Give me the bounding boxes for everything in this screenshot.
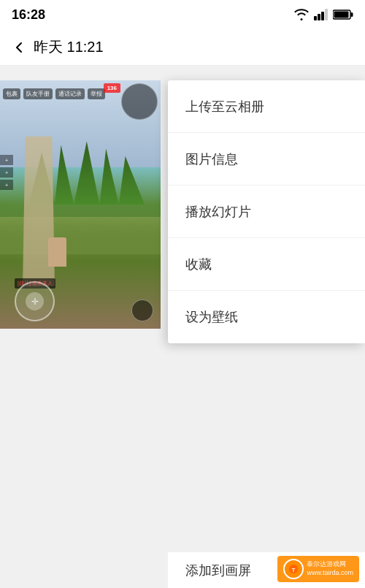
hud-btn-3: 通话记录 bbox=[55, 88, 85, 99]
menu-item-set-wallpaper-label: 设为壁纸 bbox=[185, 308, 238, 326]
nav-title: 昨天 11:21 bbox=[34, 37, 104, 57]
back-arrow-icon bbox=[12, 40, 26, 55]
bottom-game-icon bbox=[131, 299, 153, 321]
side-btn-2: + bbox=[0, 167, 13, 177]
svg-rect-0 bbox=[314, 16, 317, 20]
side-buttons: + + + bbox=[0, 155, 13, 190]
game-screenshot: 包裹 队友手册 通话记录 举报 136 + + + [战斗] 击杀某人 ✛ bbox=[0, 80, 161, 329]
watermark-icon: T bbox=[288, 563, 299, 575]
menu-item-favorite-label: 收藏 bbox=[185, 256, 212, 273]
joystick: ✛ bbox=[15, 281, 55, 321]
side-btn-1: + bbox=[0, 155, 13, 165]
nav-bar: 昨天 11:21 bbox=[0, 29, 365, 66]
context-menu: 上传至云相册 图片信息 播放幻灯片 收藏 设为壁纸 bbox=[168, 80, 365, 343]
watermark: T 泰尔达游戏网 www.tairda.com bbox=[277, 556, 359, 582]
svg-text:T: T bbox=[292, 567, 296, 573]
watermark-site: www.tairda.com bbox=[307, 569, 353, 578]
wifi-icon bbox=[293, 9, 310, 20]
signal-icon bbox=[314, 9, 328, 20]
menu-item-image-info[interactable]: 图片信息 bbox=[168, 133, 365, 186]
menu-item-upload-cloud-label: 上传至云相册 bbox=[185, 98, 264, 115]
menu-item-upload-cloud[interactable]: 上传至云相册 bbox=[168, 80, 365, 133]
hud-btn-1: 包裹 bbox=[3, 88, 20, 99]
minimap bbox=[121, 83, 158, 120]
game-hud: 包裹 队友手册 通话记录 举报 136 + + + [战斗] 击杀某人 ✛ bbox=[0, 80, 161, 329]
svg-rect-1 bbox=[318, 14, 320, 20]
watermark-brand: 泰尔达游戏网 bbox=[307, 560, 353, 569]
svg-rect-2 bbox=[321, 12, 324, 20]
hud-top-left: 包裹 队友手册 通话记录 举报 bbox=[3, 88, 105, 99]
side-btn-3: + bbox=[0, 180, 13, 190]
battery-icon bbox=[333, 9, 353, 20]
menu-item-favorite[interactable]: 收藏 bbox=[168, 238, 365, 291]
menu-item-set-wallpaper[interactable]: 设为壁纸 bbox=[168, 291, 365, 343]
menu-item-add-desktop-label: 添加到画屏 bbox=[185, 562, 251, 579]
watermark-logo: T bbox=[283, 559, 304, 579]
status-bar: 16:28 bbox=[0, 0, 365, 29]
menu-item-slideshow-label: 播放幻灯片 bbox=[185, 203, 251, 221]
menu-item-slideshow[interactable]: 播放幻灯片 bbox=[168, 186, 365, 238]
status-icons bbox=[293, 9, 353, 20]
svg-rect-3 bbox=[325, 9, 328, 20]
svg-rect-6 bbox=[351, 12, 353, 17]
joystick-inner: ✛ bbox=[26, 292, 44, 310]
health-bar: 136 bbox=[104, 83, 120, 93]
menu-item-image-info-label: 图片信息 bbox=[185, 150, 238, 168]
svg-rect-5 bbox=[334, 12, 349, 18]
status-time: 16:28 bbox=[12, 7, 45, 23]
hud-btn-4: 举报 bbox=[88, 88, 105, 99]
main-content: 包裹 队友手册 通话记录 举报 136 + + + [战斗] 击杀某人 ✛ bbox=[0, 66, 365, 588]
back-button[interactable] bbox=[12, 40, 26, 55]
hud-btn-2: 队友手册 bbox=[23, 88, 53, 99]
health-value: 136 bbox=[107, 85, 117, 91]
watermark-text: 泰尔达游戏网 www.tairda.com bbox=[307, 560, 353, 577]
